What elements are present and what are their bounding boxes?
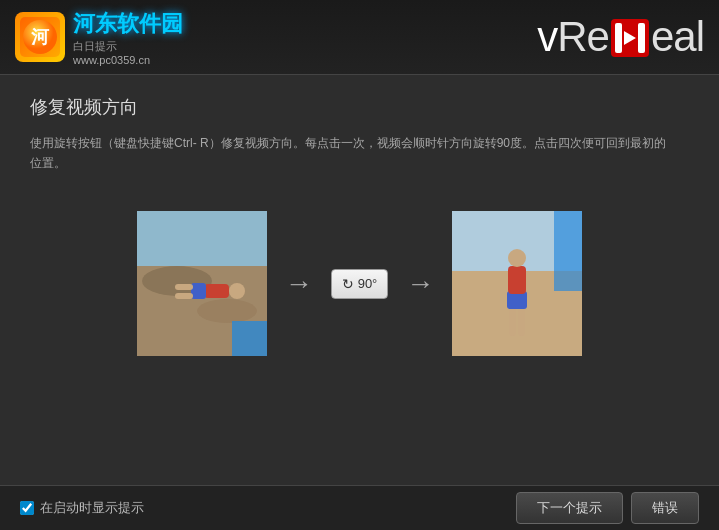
topbar: 河 河东软件园 白日提示 www.pc0359.cn vRe eal [0, 0, 719, 75]
svg-rect-9 [175, 284, 193, 290]
arrow-after-rotate: → [406, 268, 434, 300]
next-tip-button[interactable]: 下一个提示 [516, 492, 623, 524]
error-button[interactable]: 错误 [631, 492, 699, 524]
site-url: www.pc0359.cn [73, 54, 183, 66]
button-area: 下一个提示 错误 [516, 492, 699, 524]
svg-rect-11 [232, 321, 267, 356]
logo-area: 河 河东软件园 白日提示 www.pc0359.cn [15, 9, 183, 66]
main-content: 修复视频方向 使用旋转按钮（键盘快捷键Ctrl- R）修复视频方向。每点击一次，… [0, 75, 719, 379]
before-scene-svg [137, 211, 267, 356]
arrow-before-rotate: → [285, 268, 313, 300]
svg-rect-14 [509, 306, 516, 336]
scene-wrapper: 修复视频方向 使用旋转按钮（键盘快捷键Ctrl- R）修复视频方向。每点击一次，… [0, 75, 719, 379]
after-image [452, 211, 582, 356]
svg-point-18 [508, 249, 526, 267]
svg-rect-8 [191, 283, 206, 299]
bottom-bar: 在启动时显示提示 下一个提示 错误 [0, 485, 719, 530]
site-info: 河东软件园 白日提示 www.pc0359.cn [73, 9, 183, 66]
checkbox-area[interactable]: 在启动时显示提示 [20, 499, 144, 517]
vreveal-text: vRe eal [537, 13, 704, 61]
diagram-area: → ↻ 90° → [30, 204, 689, 364]
description-text: 使用旋转按钮（键盘快捷键Ctrl- R）修复视频方向。每点击一次，视频会顺时针方… [30, 133, 670, 174]
before-image [137, 211, 267, 356]
page-title: 修复视频方向 [30, 95, 689, 119]
svg-point-5 [197, 299, 257, 323]
rotate-button-display: ↻ 90° [331, 269, 389, 299]
rotate-degrees: 90° [358, 276, 378, 291]
vreveal-logo: vRe eal [537, 13, 704, 61]
startup-checkbox[interactable] [20, 501, 34, 515]
svg-point-6 [229, 283, 245, 299]
logo-icon: 河 [15, 12, 65, 62]
svg-rect-7 [204, 284, 229, 298]
svg-rect-17 [508, 266, 526, 294]
startup-label[interactable]: 在启动时显示提示 [40, 499, 144, 517]
site-label: 白日提示 [73, 39, 183, 54]
svg-rect-2 [137, 211, 267, 271]
site-name: 河东软件园 [73, 9, 183, 39]
after-scene-svg [452, 211, 582, 356]
svg-text:河: 河 [31, 27, 50, 47]
svg-rect-19 [554, 211, 582, 291]
svg-rect-10 [175, 293, 193, 299]
rotate-icon: ↻ [342, 276, 354, 292]
svg-rect-15 [518, 306, 525, 336]
